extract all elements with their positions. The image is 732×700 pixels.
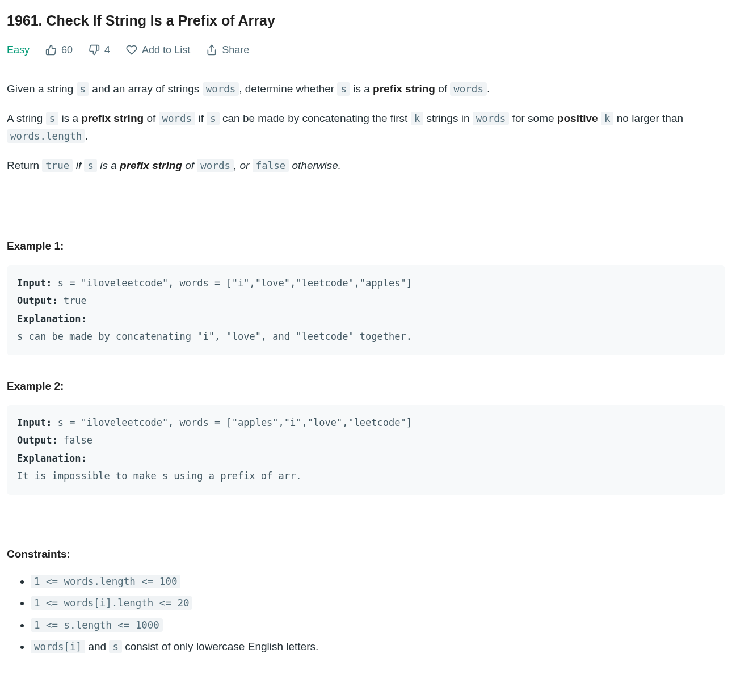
inline-code: 1 <= words[i].length <= 20	[31, 596, 192, 610]
inline-code: s	[84, 159, 97, 172]
dislike-button[interactable]: 4	[89, 42, 110, 58]
add-to-list-button[interactable]: Add to List	[126, 42, 190, 58]
likes-count: 60	[61, 42, 73, 58]
inline-code: 1 <= s.length <= 1000	[31, 618, 163, 632]
inline-code: s	[109, 640, 122, 653]
share-button[interactable]: Share	[206, 42, 249, 58]
inline-code: k	[601, 112, 614, 125]
inline-code: k	[411, 112, 424, 125]
example-2-heading: Example 2:	[7, 378, 725, 395]
constraint-item: 1 <= s.length <= 1000	[31, 617, 725, 634]
like-button[interactable]: 60	[45, 42, 73, 58]
inline-code: words.length	[7, 129, 85, 143]
inline-code: words	[159, 112, 196, 125]
constraints-list: 1 <= words.length <= 100 1 <= words[i].l…	[7, 573, 725, 656]
example-2-block: Input: s = "iloveleetcode", words = ["ap…	[7, 405, 725, 495]
add-to-list-label: Add to List	[142, 42, 190, 58]
inline-code: words	[473, 112, 510, 125]
inline-code: words	[203, 82, 239, 96]
inline-code: words	[450, 82, 487, 96]
meta-row: Easy 60 4 Add to List Share	[7, 42, 725, 68]
inline-code: words	[197, 159, 234, 172]
constraint-item: 1 <= words[i].length <= 20	[31, 594, 725, 612]
inline-code: false	[253, 159, 289, 172]
constraint-item: 1 <= words.length <= 100	[31, 573, 725, 590]
inline-code: s	[77, 82, 90, 96]
heart-icon	[126, 44, 137, 56]
inline-code: words[i]	[31, 640, 85, 653]
thumbs-up-icon	[45, 44, 57, 56]
description-paragraph-1: Given a string s and an array of strings…	[7, 81, 725, 98]
inline-code: s	[337, 82, 350, 96]
inline-code: true	[42, 159, 73, 172]
constraint-item: words[i] and s consist of only lowercase…	[31, 638, 725, 655]
inline-code: 1 <= words.length <= 100	[31, 575, 180, 588]
share-label: Share	[222, 42, 249, 58]
description-paragraph-3: Return true if s is a prefix string of w…	[7, 157, 725, 174]
inline-code: s	[207, 112, 220, 125]
constraints-heading: Constraints:	[7, 546, 725, 563]
inline-code: s	[46, 112, 59, 125]
example-1-heading: Example 1:	[7, 238, 725, 255]
example-1-block: Input: s = "iloveleetcode", words = ["i"…	[7, 265, 725, 355]
problem-title: 1961. Check If String Is a Prefix of Arr…	[7, 9, 725, 32]
description-paragraph-2: A string s is a prefix string of words i…	[7, 110, 725, 145]
share-icon	[206, 44, 217, 56]
dislikes-count: 4	[104, 42, 110, 58]
difficulty-label: Easy	[7, 42, 30, 58]
thumbs-down-icon	[89, 44, 100, 56]
